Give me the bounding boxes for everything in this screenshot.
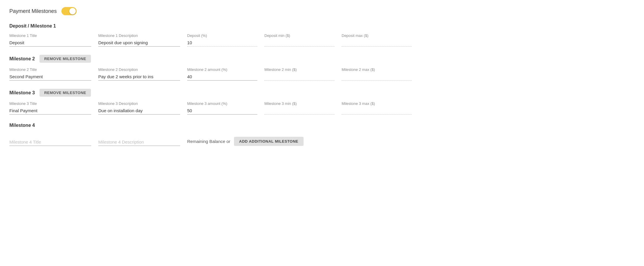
milestone3-min-input[interactable]	[264, 107, 335, 115]
milestone2-heading: Milestone 2 REMOVE MILESTONE	[9, 55, 635, 63]
deposit-title-input[interactable]	[9, 39, 91, 47]
remove-milestone3-button[interactable]: REMOVE MILESTONE	[39, 89, 91, 97]
milestone3-max-group: Milestone 3 max ($)	[342, 101, 412, 115]
deposit-heading: Deposit / Milestone 1	[9, 23, 635, 29]
add-milestone-row: Remaining Balance or ADD ADDITIONAL MILE…	[187, 137, 635, 146]
deposit-max-group: Deposit max ($)	[342, 33, 412, 47]
milestone4-description-group: Milestone 4 Description	[98, 133, 180, 146]
deposit-description-label: Milestone 1 Description	[98, 33, 180, 38]
page-title: Payment Milestones	[9, 8, 57, 14]
milestone3-heading: Milestone 3 REMOVE MILESTONE	[9, 89, 635, 97]
milestone2-title-group: Milestone 2 Title	[9, 67, 91, 81]
add-additional-milestone-button[interactable]: ADD ADDITIONAL MILESTONE	[234, 137, 304, 146]
milestone3-max-input[interactable]	[342, 107, 412, 115]
deposit-max-input[interactable]	[342, 39, 412, 47]
deposit-amount-input[interactable]	[187, 39, 257, 47]
deposit-min-group: Deposit min ($)	[264, 33, 335, 47]
milestone4-title-input[interactable]	[9, 138, 91, 146]
milestone3-fields: Milestone 3 Title Milestone 3 Descriptio…	[9, 101, 635, 115]
deposit-min-input[interactable]	[264, 39, 335, 47]
toggle-slider	[61, 7, 77, 15]
milestone2-min-input[interactable]	[264, 73, 335, 81]
milestone2-amount-group: Milestone 2 amount (%)	[187, 67, 257, 81]
deposit-section: Deposit / Milestone 1 Milestone 1 Title …	[9, 23, 635, 47]
milestone2-amount-input[interactable]	[187, 73, 257, 81]
payment-milestones-toggle[interactable]	[61, 7, 77, 15]
milestone2-fields: Milestone 2 Title Milestone 2 Descriptio…	[9, 67, 635, 81]
milestone2-description-input[interactable]	[98, 73, 180, 81]
milestone3-title-label: Milestone 3 Title	[9, 101, 91, 106]
milestone4-title-group: Milestone 4 Title	[9, 133, 91, 146]
milestone2-description-group: Milestone 2 Description	[98, 67, 180, 81]
deposit-min-label: Deposit min ($)	[264, 33, 335, 38]
milestone3-section: Milestone 3 REMOVE MILESTONE Milestone 3…	[9, 89, 635, 115]
header-row: Payment Milestones	[9, 7, 635, 15]
milestone3-description-group: Milestone 3 Description	[98, 101, 180, 115]
remaining-balance-label: Remaining Balance or	[187, 139, 230, 144]
milestone2-min-group: Milestone 2 min ($)	[264, 67, 335, 81]
milestone2-amount-label: Milestone 2 amount (%)	[187, 67, 257, 72]
milestone4-section: Milestone 4 Milestone 4 Title Milestone …	[9, 123, 635, 146]
deposit-amount-label: Deposit (%)	[187, 33, 257, 38]
milestone2-section: Milestone 2 REMOVE MILESTONE Milestone 2…	[9, 55, 635, 81]
deposit-max-label: Deposit max ($)	[342, 33, 412, 38]
milestone2-max-group: Milestone 2 max ($)	[342, 67, 412, 81]
milestone2-max-label: Milestone 2 max ($)	[342, 67, 412, 72]
milestone2-max-input[interactable]	[342, 73, 412, 81]
milestone3-min-label: Milestone 3 min ($)	[264, 101, 335, 106]
milestone3-description-label: Milestone 3 Description	[98, 101, 180, 106]
milestone3-min-group: Milestone 3 min ($)	[264, 101, 335, 115]
milestone3-amount-label: Milestone 3 amount (%)	[187, 101, 257, 106]
deposit-title-group: Milestone 1 Title	[9, 33, 91, 47]
deposit-fields: Milestone 1 Title Milestone 1 Descriptio…	[9, 33, 635, 47]
milestone3-description-input[interactable]	[98, 107, 180, 115]
milestone3-title-group: Milestone 3 Title	[9, 101, 91, 115]
deposit-description-input[interactable]	[98, 39, 180, 47]
milestone4-fields: Milestone 4 Title Milestone 4 Descriptio…	[9, 133, 635, 146]
milestone2-description-label: Milestone 2 Description	[98, 67, 180, 72]
milestone2-title-input[interactable]	[9, 73, 91, 81]
deposit-title-label: Milestone 1 Title	[9, 33, 91, 38]
remove-milestone2-button[interactable]: REMOVE MILESTONE	[39, 55, 91, 63]
milestone3-max-label: Milestone 3 max ($)	[342, 101, 412, 106]
milestone3-amount-group: Milestone 3 amount (%)	[187, 101, 257, 115]
milestone2-min-label: Milestone 2 min ($)	[264, 67, 335, 72]
deposit-description-group: Milestone 1 Description	[98, 33, 180, 47]
milestone2-title-label: Milestone 2 Title	[9, 67, 91, 72]
milestone3-amount-input[interactable]	[187, 107, 257, 115]
deposit-amount-group: Deposit (%)	[187, 33, 257, 47]
milestone4-heading: Milestone 4	[9, 123, 635, 128]
milestone3-title-input[interactable]	[9, 107, 91, 115]
milestone4-description-input[interactable]	[98, 138, 180, 146]
